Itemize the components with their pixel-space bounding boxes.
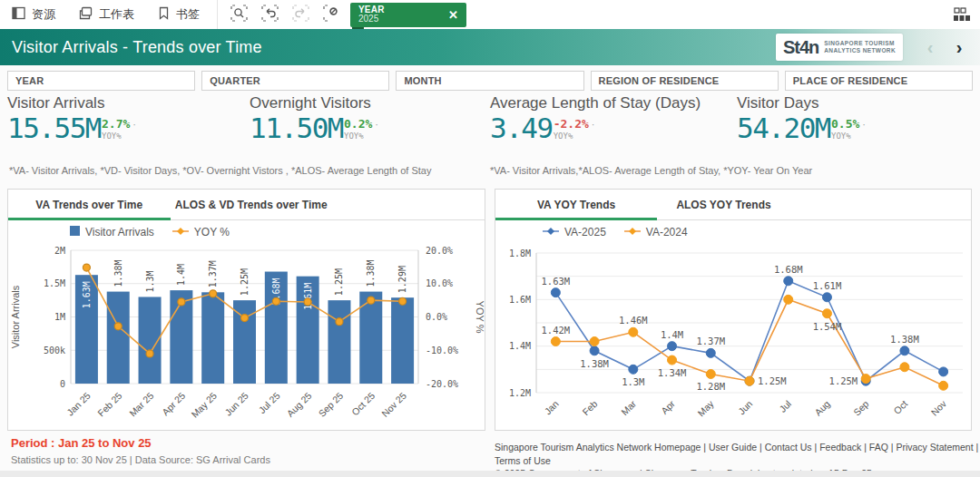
svg-text:Apr 25: Apr 25 (160, 390, 187, 417)
smart-search-button[interactable] (223, 0, 254, 29)
VA-2025-point-Oct[interactable] (900, 346, 909, 355)
filter-month[interactable]: MONTH (396, 71, 583, 91)
VA-2024-point-Nov[interactable] (939, 381, 948, 390)
svg-text:Feb: Feb (580, 398, 599, 417)
VA-2024-point-Oct[interactable] (900, 363, 909, 372)
search-icon (230, 5, 248, 25)
svg-text:1.38M: 1.38M (890, 334, 919, 345)
VA-2024-point-Mar[interactable] (629, 327, 638, 336)
VA-2025-point-Aug[interactable] (822, 293, 831, 302)
yoy-point-5[interactable] (241, 315, 249, 322)
VA-2025-point-Mar[interactable] (629, 365, 638, 374)
filter-row: YEAR QUARTER MONTH REGION OF RESIDENCE P… (7, 71, 973, 91)
yoy-point-9[interactable] (368, 297, 375, 304)
legend-item-va-2024[interactable]: VA-2024 (624, 226, 688, 238)
VA-2025-point-Nov[interactable] (939, 367, 948, 376)
svg-text:Sep 25: Sep 25 (316, 390, 345, 419)
legend-item-visitor-arrivals[interactable]: Visitor Arrivals (70, 226, 154, 238)
bar-Nov-25[interactable] (391, 297, 414, 384)
svg-text:Visitor Arrivals: Visitor Arrivals (10, 285, 21, 348)
VA-2025-point-Feb[interactable] (590, 346, 599, 355)
bar-Sep-25[interactable] (328, 300, 350, 384)
svg-text:1.4M: 1.4M (176, 264, 186, 286)
filter-quarter[interactable]: QUARTER (201, 71, 389, 91)
svg-text:-10.0%: -10.0% (426, 346, 458, 355)
svg-text:Nov: Nov (928, 397, 948, 417)
svg-text:1.68M: 1.68M (774, 264, 803, 275)
tab-alos-yoy-trends[interactable]: ALOS YOY Trends (657, 190, 790, 219)
footer-links[interactable]: Singapore Tourism Analytics Network Home… (495, 441, 980, 467)
svg-text:Aug: Aug (812, 398, 832, 418)
yoy-point-3[interactable] (178, 298, 185, 306)
svg-text:1.8M: 1.8M (509, 248, 531, 258)
yoy-point-4[interactable] (210, 290, 217, 297)
stan-logo-brand: St4n (783, 38, 818, 56)
sheets-button[interactable]: 工作表 (67, 0, 146, 29)
selection-chip-year[interactable]: YEAR 2025 ✕ (350, 3, 466, 27)
tab-va-yoy-trends[interactable]: VA YOY Trends (495, 190, 657, 219)
yoy-point-1[interactable] (114, 323, 122, 330)
va-yoy-line-chart[interactable]: 1.2M1.4M1.6M1.8MJanFebMarAprMayJunJulAug… (495, 242, 971, 432)
sheets-label: 工作表 (99, 6, 134, 23)
VA-2025-point-Jan[interactable] (551, 288, 560, 297)
assets-panel-label: 资源 (32, 6, 55, 23)
svg-text:1.25M: 1.25M (829, 375, 858, 386)
VA-2024-point-Sep[interactable] (861, 375, 870, 384)
tab-va-trends-over-time[interactable]: VA Trends over Time (8, 190, 171, 219)
svg-text:May 25: May 25 (189, 390, 219, 420)
bar-Jun-25[interactable] (233, 300, 256, 384)
clear-selections-button[interactable] (316, 0, 347, 29)
va-trends-bar-chart[interactable]: 0500k1M1.5M2M-20.0%-10.0%0.0%10.0%20.0%V… (8, 242, 485, 432)
yoy-point-0[interactable] (83, 264, 90, 271)
VA-2024-point-Jun[interactable] (745, 376, 754, 385)
footnote-left: *VA- Visitor Arrivals, *VD- Visitor Days… (9, 165, 431, 176)
svg-text:Jul 25: Jul 25 (256, 390, 281, 415)
kpi-delta: 0.2% (344, 117, 372, 131)
legend-item-yoy-percent[interactable]: YOY % (172, 226, 230, 238)
VA-2024-point-Jul[interactable] (784, 295, 793, 304)
VA-2025-point-May[interactable] (706, 348, 715, 357)
yoy-point-8[interactable] (336, 318, 343, 326)
VA-2025-point-Jul[interactable] (784, 277, 793, 286)
tab-alos-vd-trends-over-time[interactable]: ALOS & VD Trends over Time (171, 190, 333, 219)
bookmarks-label: 书签 (176, 6, 200, 23)
kpi-value: 3.49 (490, 113, 553, 143)
filter-place-of-residence[interactable]: PLACE OF RESIDENCE (785, 71, 973, 91)
svg-text:0: 0 (60, 379, 65, 389)
bar-May-25[interactable] (201, 292, 224, 384)
svg-text:Jun 25: Jun 25 (222, 390, 250, 418)
VA-2024-point-Feb[interactable] (590, 337, 599, 346)
next-sheet-button[interactable]: › (946, 29, 973, 65)
VA-2025-point-Apr[interactable] (668, 342, 677, 351)
line-series-marker-icon (172, 226, 189, 238)
filter-region-of-residence[interactable]: REGION OF RESIDENCE (591, 71, 779, 91)
yoy-point-7[interactable] (304, 298, 311, 306)
svg-text:1.4M: 1.4M (509, 341, 531, 351)
step-back-button[interactable] (254, 0, 285, 29)
filter-year[interactable]: YEAR (7, 71, 195, 91)
yoy-point-2[interactable] (146, 350, 153, 357)
svg-text:1.4M: 1.4M (661, 329, 683, 340)
line-series-marker-icon (543, 226, 559, 238)
svg-text:1.38M: 1.38M (366, 259, 376, 287)
legend-item-va-2025[interactable]: VA-2025 (543, 226, 606, 238)
VA-2024-point-May[interactable] (706, 369, 715, 378)
VA-2024-point-Aug[interactable] (822, 309, 831, 318)
app-navigation-button[interactable] (953, 7, 971, 25)
svg-text:-20.0%: -20.0% (426, 379, 458, 389)
prev-sheet-button: ‹ (916, 29, 944, 65)
chip-close-icon[interactable]: ✕ (448, 8, 466, 22)
right-chart-legend: VA-2025 VA-2024 (495, 222, 971, 242)
yoy-point-10[interactable] (399, 297, 407, 305)
assets-panel-button[interactable]: 资源 (0, 0, 67, 29)
bookmarks-button[interactable]: 书签 (146, 0, 211, 29)
VA-2024-point-Jan[interactable] (551, 337, 560, 346)
svg-text:20.0%: 20.0% (426, 246, 453, 256)
yoy-point-6[interactable] (272, 297, 279, 305)
undo-icon (261, 5, 279, 25)
svg-text:Jun: Jun (736, 398, 755, 417)
VA-2024-point-Apr[interactable] (668, 355, 677, 365)
clear-selections-icon (323, 5, 340, 25)
svg-text:1.54M: 1.54M (813, 321, 842, 332)
bar-Feb-25[interactable] (107, 292, 130, 384)
